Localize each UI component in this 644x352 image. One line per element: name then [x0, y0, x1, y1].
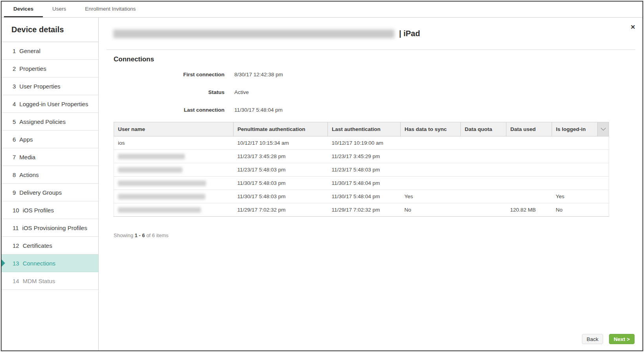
- cell-user-name: [114, 203, 234, 217]
- wizard-footer: Back Next >: [582, 334, 635, 344]
- item-number: 3: [13, 83, 16, 90]
- cell-is-logged-in: [552, 150, 598, 163]
- column-menu-button[interactable]: [598, 122, 609, 136]
- cell-menu: [598, 163, 609, 177]
- cell-is-logged-in: No: [552, 203, 598, 217]
- cell-user-name: [114, 177, 234, 190]
- item-label: Apps: [19, 136, 33, 143]
- cell-last: 11/30/17 5:48:04 pm: [328, 177, 401, 190]
- item-number: 13: [13, 260, 19, 267]
- device-title-suffix: | iPad: [399, 29, 420, 38]
- column-header-last-authentication: Last authentication: [328, 122, 401, 136]
- main-panel: | iPad ✕ Connections First connection 8/…: [99, 18, 642, 350]
- item-number: 6: [13, 136, 16, 143]
- item-number: 12: [13, 242, 19, 249]
- item-number: 5: [13, 118, 16, 125]
- cell-user-name: ios: [114, 136, 234, 150]
- next-button[interactable]: Next >: [609, 334, 635, 344]
- sidebar-item-ios-provisioning-profiles[interactable]: 11 iOS Provisioning Profiles: [2, 219, 98, 237]
- redacted-device-name: [113, 29, 394, 38]
- cell-penultimate: 11/30/17 5:48:03 pm: [234, 190, 328, 203]
- sidebar-item-actions[interactable]: 8 Actions: [2, 166, 98, 184]
- sidebar-title: Device details: [2, 18, 98, 42]
- item-label: MDM Status: [23, 278, 55, 284]
- sidebar-item-properties[interactable]: 2 Properties: [2, 60, 98, 77]
- cell-has-data-to-sync: [401, 163, 461, 177]
- field-first-connection: First connection 8/30/17 12:42:38 pm: [107, 66, 635, 83]
- cell-data-quota: [461, 190, 506, 203]
- table-header-row: User name Penultimate authentication Las…: [114, 122, 609, 136]
- cell-menu: [598, 190, 609, 203]
- pagination-suffix: of 6 items: [146, 232, 168, 238]
- sidebar-item-connections[interactable]: 13 Connections: [2, 254, 98, 272]
- tab-enrollment-invitations[interactable]: Enrollment Invitations: [75, 2, 145, 17]
- cell-data-used: [506, 136, 552, 150]
- cell-menu: [598, 203, 609, 217]
- item-number: 10: [13, 207, 19, 214]
- column-header-data-used: Data used: [506, 122, 552, 136]
- sidebar-item-media[interactable]: 7 Media: [2, 148, 98, 166]
- chevron-down-icon: [601, 125, 606, 131]
- item-label: General: [19, 48, 40, 54]
- cell-data-used: [506, 190, 552, 203]
- sidebar-item-delivery-groups[interactable]: 9 Delivery Groups: [2, 184, 98, 201]
- field-last-connection: Last connection 11/30/17 5:48:04 pm: [107, 101, 635, 119]
- item-number: 7: [13, 154, 16, 160]
- cell-last: 10/12/17 10:19:00 am: [328, 136, 401, 150]
- field-status: Status Active: [107, 83, 635, 101]
- sidebar-item-general[interactable]: 1 General: [2, 42, 98, 60]
- cell-last: 11/29/17 7:02:32 pm: [328, 203, 401, 217]
- sidebar-item-certificates[interactable]: 12 Certificates: [2, 237, 98, 254]
- item-label: Connections: [23, 260, 55, 267]
- item-number: 9: [13, 189, 16, 196]
- cell-is-logged-in: [552, 163, 598, 177]
- redacted-user-name: [118, 167, 182, 173]
- pagination-range: 1 - 6: [135, 232, 145, 238]
- item-label: Delivery Groups: [19, 189, 62, 196]
- cell-has-data-to-sync: [401, 150, 461, 163]
- field-value: 8/30/17 12:42:38 pm: [234, 72, 283, 77]
- table-row: 11/29/17 7:02:32 pm 11/29/17 7:02:32 pm …: [114, 203, 609, 217]
- redacted-user-name: [118, 154, 185, 159]
- sidebar-item-logged-in-user-properties[interactable]: 4 Logged-in User Properties: [2, 95, 98, 113]
- connection-fields: First connection 8/30/17 12:42:38 pm Sta…: [107, 66, 635, 119]
- item-label: Certificates: [23, 242, 52, 249]
- cell-penultimate: 11/30/17 5:48:03 pm: [234, 177, 328, 190]
- section-heading: Connections: [114, 55, 635, 63]
- sidebar-item-assigned-policies[interactable]: 5 Assigned Policies: [2, 113, 98, 131]
- back-button[interactable]: Back: [582, 334, 603, 344]
- item-label: iOS Profiles: [23, 207, 54, 214]
- field-value: Active: [234, 89, 249, 95]
- pagination-prefix: Showing: [114, 232, 133, 238]
- cell-penultimate: 11/23/17 3:45:28 pm: [234, 150, 328, 163]
- cell-penultimate: 11/29/17 7:02:32 pm: [234, 203, 328, 217]
- item-number: 4: [13, 101, 16, 107]
- close-icon[interactable]: ✕: [630, 24, 635, 30]
- tab-devices[interactable]: Devices: [4, 2, 43, 17]
- cell-user-name: [114, 150, 234, 163]
- column-header-penultimate-authentication: Penultimate authentication: [234, 122, 328, 136]
- item-label: Assigned Policies: [19, 118, 66, 125]
- cell-is-logged-in: [552, 177, 598, 190]
- redacted-user-name: [118, 181, 206, 186]
- item-number: 1: [13, 48, 16, 54]
- tab-users[interactable]: Users: [43, 2, 75, 17]
- field-label: First connection: [107, 72, 224, 77]
- cell-data-quota: [461, 203, 506, 217]
- connections-section: Connections First connection 8/30/17 12:…: [107, 50, 635, 238]
- sidebar-item-mdm-status[interactable]: 14 MDM Status: [2, 272, 98, 290]
- cell-has-data-to-sync: [401, 136, 461, 150]
- cell-has-data-to-sync: No: [401, 203, 461, 217]
- item-label: Actions: [19, 171, 39, 178]
- sidebar-item-apps[interactable]: 6 Apps: [2, 131, 98, 148]
- device-details-window: Devices Users Enrollment Invitations Dev…: [1, 1, 643, 351]
- item-label: Media: [19, 154, 35, 160]
- item-number: 8: [13, 171, 16, 178]
- sidebar-item-ios-profiles[interactable]: 10 iOS Profiles: [2, 201, 98, 219]
- field-label: Status: [107, 89, 224, 95]
- cell-user-name: [114, 190, 234, 203]
- sidebar-item-user-properties[interactable]: 3 User Properties: [2, 77, 98, 95]
- cell-data-used: [506, 163, 552, 177]
- redacted-user-name: [118, 207, 201, 213]
- cell-penultimate: 11/23/17 5:48:03 pm: [234, 163, 328, 177]
